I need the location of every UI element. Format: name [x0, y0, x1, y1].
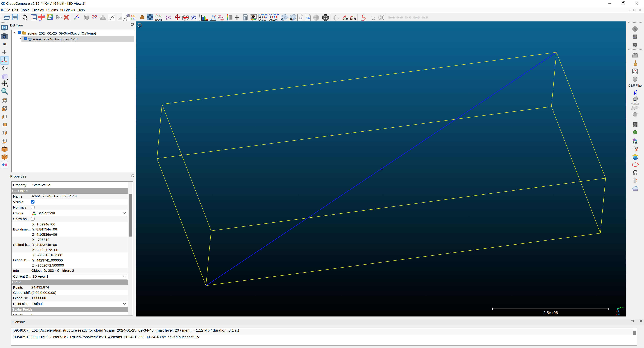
svg-text:SHP: SHP: [298, 17, 302, 19]
svg-text:μ,σ: μ,σ: [213, 14, 216, 17]
svg-text:SF: SF: [32, 211, 36, 214]
svg-text:PCV: PCV: [633, 125, 636, 127]
svg-text:RGB: RGB: [389, 16, 395, 19]
svg-text:C: C: [133, 17, 135, 20]
svg-text:FM: FM: [290, 18, 294, 21]
svg-text:SOR: SOR: [155, 18, 162, 21]
svg-text:aKb: aKb: [423, 16, 428, 19]
svg-text:HPR: HPR: [634, 100, 637, 102]
svg-text:Kd: Kd: [281, 18, 284, 21]
svg-text:Z: Z: [618, 312, 620, 316]
svg-text:Y: Y: [622, 307, 624, 310]
svg-text:CANUPO: CANUPO: [259, 13, 268, 16]
svg-text:CANUPO: CANUPO: [269, 13, 279, 16]
svg-text:Classify: Classify: [269, 19, 278, 21]
svg-text:Create: Create: [259, 19, 266, 21]
svg-text:C: C: [133, 14, 135, 17]
svg-text:2.5e+06: 2.5e+06: [543, 311, 558, 315]
svg-text:CSV: CSV: [306, 17, 310, 19]
svg-text:↗↗: ↗↗: [406, 16, 410, 19]
svg-text:BACK: BACK: [2, 155, 7, 156]
svg-text:aHb: aHb: [414, 16, 419, 19]
svg-text:SSAO: SSAO: [633, 45, 637, 47]
svg-text:max: max: [220, 18, 224, 21]
svg-text:FRONT: FRONT: [2, 147, 8, 149]
svg-text:N+C: N+C: [342, 18, 348, 20]
svg-text:EDL: EDL: [634, 37, 636, 38]
svg-text:C: C: [131, 14, 133, 17]
svg-text:min: min: [218, 14, 221, 17]
svg-text:RSD: RSD: [633, 142, 638, 144]
svg-text:MLS: MLS: [350, 18, 356, 20]
svg-text:SF: SF: [251, 14, 255, 18]
svg-text:C: C: [131, 17, 133, 20]
svg-text:X: X: [616, 313, 618, 316]
svg-text:HSV: HSV: [398, 16, 403, 19]
svg-text:N: N: [634, 91, 636, 95]
